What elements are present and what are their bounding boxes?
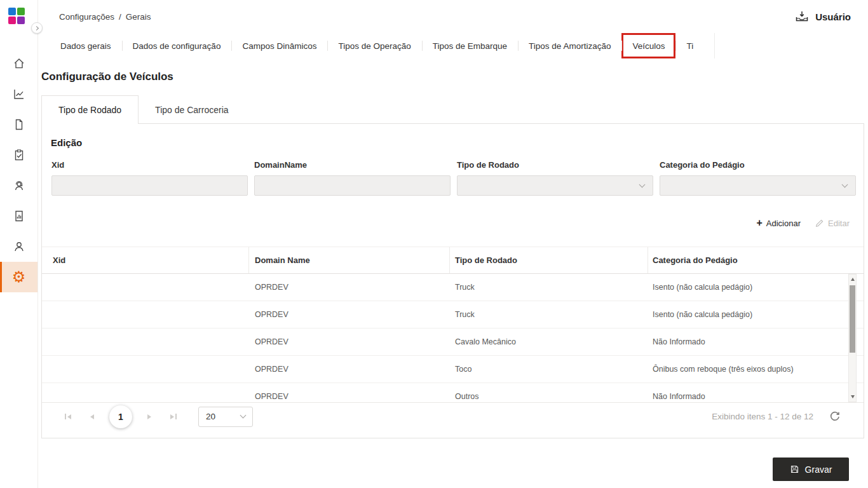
scrollbar-thumb[interactable] [850, 285, 855, 353]
analytics-icon [13, 88, 25, 100]
pencil-icon [815, 219, 824, 228]
user-label: Usuário [815, 11, 851, 22]
field-tipo-de-rodado: Tipo de Rodado [457, 160, 653, 196]
logo-square-green [17, 8, 25, 15]
bar-icon [65, 414, 66, 419]
tab-campos-dinamicos[interactable]: Campos Dinâmicos [231, 33, 327, 58]
table-scrollbar[interactable] [848, 274, 857, 402]
column-header-categoria-do-pedagio[interactable]: Categoria do Pedágio [648, 247, 864, 273]
xid-input[interactable] [51, 175, 248, 196]
home-icon [13, 57, 25, 70]
tab-veiculos[interactable]: Veículos [621, 33, 675, 58]
subtab-tipo-de-rodado[interactable]: Tipo de Rodado [41, 95, 139, 124]
previous-page-button[interactable] [84, 409, 100, 425]
sidebar: ⚙ [0, 0, 38, 488]
tipo-de-rodado-label: Tipo de Rodado [457, 160, 653, 170]
chevron-down-icon [842, 181, 848, 187]
sidebar-item-reports[interactable] [0, 201, 37, 231]
tipo-de-rodado-select[interactable] [457, 175, 653, 196]
subtabs: Tipo de Rodado Tipo de Carroceria [41, 95, 245, 124]
refresh-icon [829, 410, 841, 423]
sidebar-item-home[interactable] [0, 48, 37, 79]
add-button-label: Adicionar [766, 219, 801, 228]
page-title: Configuração de Veículos [41, 71, 173, 83]
gear-icon: ⚙ [12, 269, 26, 285]
tabstrip: Dados gerais Dados de configuração Campo… [50, 33, 715, 58]
edit-button-label: Editar [828, 219, 850, 228]
breadcrumb-section[interactable]: Configurações [59, 12, 114, 22]
field-categoria-do-pedagio: Categoria do Pedágio [660, 160, 856, 196]
sidebar-expand-button[interactable] [31, 22, 43, 34]
cell-categoria: Isento (não calcula pedágio) [648, 274, 864, 301]
pagination-bar: 1 20 Exibindo itens 1 - 12 de 12 [42, 402, 864, 430]
sidebar-item-analytics[interactable] [0, 79, 37, 109]
report-icon [13, 210, 25, 222]
support-icon [13, 179, 25, 192]
table-row[interactable]: OPRDEV Toco Ônibus com reboque (três eix… [42, 356, 864, 383]
tab-clipped[interactable]: Ti [675, 33, 704, 58]
chevron-down-icon [240, 412, 247, 419]
next-page-button[interactable] [141, 409, 158, 425]
domainname-input[interactable] [254, 175, 451, 196]
cell-domain: OPRDEV [248, 274, 449, 301]
column-header-domain-name[interactable]: Domain Name [248, 247, 449, 273]
breadcrumb: Configurações / Gerais [59, 12, 151, 22]
table-row[interactable]: OPRDEV Cavalo Mecânico Não Informado [42, 329, 864, 356]
current-page-indicator[interactable]: 1 [109, 405, 132, 428]
app-logo[interactable] [8, 8, 25, 24]
sidebar-item-tasks[interactable] [0, 140, 37, 170]
first-page-button[interactable] [60, 409, 76, 425]
categoria-do-pedagio-select[interactable] [660, 175, 856, 196]
tab-tipos-de-amortizacao[interactable]: Tipos de Amortização [518, 33, 621, 58]
cell-domain: OPRDEV [248, 383, 449, 402]
table-actions: + Adicionar Editar [756, 218, 850, 228]
field-domainname: DomainName [254, 160, 451, 196]
sidebar-item-settings[interactable]: ⚙ [0, 262, 37, 292]
page-size-select[interactable]: 20 [198, 407, 253, 427]
scrollbar-track[interactable] [849, 284, 856, 392]
tab-tipos-de-operacao[interactable]: Tipos de Operação [327, 33, 421, 58]
sidebar-item-support[interactable] [0, 170, 37, 201]
column-header-tipo-de-rodado[interactable]: Tipo de Rodado [449, 247, 648, 273]
subtab-tipo-de-carroceria[interactable]: Tipo de Carroceria [139, 95, 245, 124]
table-row[interactable]: OPRDEV Truck Isento (não calcula pedágio… [42, 301, 864, 329]
document-icon [13, 118, 25, 131]
edit-form: Xid DomainName Tipo de Rodado Categoria … [51, 160, 856, 196]
add-button[interactable]: + Adicionar [756, 218, 801, 228]
triangle-down-icon [851, 395, 855, 398]
tab-dados-de-configuracao[interactable]: Dados de configuração [122, 33, 232, 58]
tab-tipos-de-embarque[interactable]: Tipos de Embarque [422, 33, 518, 58]
user-menu[interactable]: Usuário [795, 10, 851, 23]
triangle-right-icon [170, 414, 174, 419]
app-window: ⚙ Configurações / Gerais Usuário Dados g… [0, 0, 868, 488]
triangle-up-icon [851, 278, 855, 281]
logo-square-blue [8, 8, 16, 15]
save-button-label: Gravar [805, 464, 832, 475]
triangle-right-icon [147, 414, 151, 419]
save-button[interactable]: Gravar [773, 458, 849, 481]
sidebar-item-users[interactable] [0, 231, 37, 262]
cell-categoria: Isento (não calcula pedágio) [648, 301, 864, 328]
cell-domain: OPRDEV [248, 329, 449, 355]
triangle-left-icon [90, 414, 94, 419]
content-panel: Edição Xid DomainName Tipo de Rodado Cat… [41, 123, 864, 438]
last-page-button[interactable] [165, 409, 182, 425]
column-header-xid[interactable]: Xid [42, 247, 248, 273]
clipboard-check-icon [13, 149, 25, 161]
refresh-button[interactable] [829, 410, 841, 423]
scroll-down-button[interactable] [849, 392, 856, 402]
xid-label: Xid [51, 160, 248, 170]
cell-rodado: Outros [449, 383, 648, 402]
logo-square-pink [8, 17, 16, 24]
sidebar-item-documents[interactable] [0, 109, 37, 140]
pagination-status: Exibindo itens 1 - 12 de 12 [712, 412, 813, 421]
scroll-up-button[interactable] [849, 274, 856, 284]
edit-button[interactable]: Editar [815, 219, 850, 228]
categoria-do-pedagio-label: Categoria do Pedágio [660, 160, 856, 170]
cell-rodado: Toco [449, 356, 648, 383]
cell-categoria: Não Informado [648, 329, 864, 355]
tab-dados-gerais[interactable]: Dados gerais [50, 33, 122, 58]
table-row[interactable]: OPRDEV Outros Não Informado [42, 383, 864, 402]
cell-rodado: Truck [449, 301, 648, 328]
table-row[interactable]: OPRDEV Truck Isento (não calcula pedágio… [42, 274, 864, 301]
